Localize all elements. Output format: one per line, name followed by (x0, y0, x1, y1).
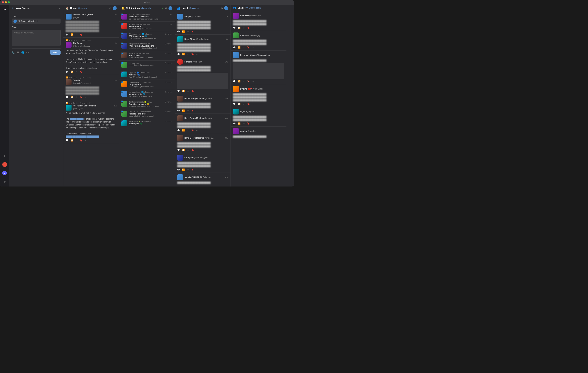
mastodon-icon[interactable]: M (2, 170, 8, 176)
more-icon[interactable]: ··· (196, 149, 198, 151)
more-icon[interactable]: ··· (196, 129, 198, 132)
favorite-icon[interactable]: ☆ (75, 139, 77, 142)
bookmark-icon[interactable]: 🔖 (191, 129, 194, 132)
local-avatar[interactable] (177, 96, 183, 102)
favorite-icon[interactable]: ☆ (187, 53, 189, 55)
boost-icon[interactable]: 🔁 (71, 33, 73, 36)
boost-icon[interactable]: 🔁 (238, 27, 241, 29)
notif-avatar[interactable]: 👥 (121, 72, 127, 77)
boost-icon[interactable]: 🔁 (71, 96, 73, 98)
attach-icon[interactable]: 📎 (12, 51, 15, 54)
boost-icon[interactable]: 🔁 (182, 149, 185, 151)
more-icon[interactable]: ··· (252, 122, 254, 125)
favorite-icon[interactable]: ☆ (187, 109, 189, 112)
notif-avatar[interactable]: 👥 (121, 91, 127, 97)
boost-icon[interactable]: 🔁 (71, 139, 73, 142)
post-avatar[interactable] (66, 14, 72, 20)
local-avatar[interactable] (177, 14, 183, 20)
bookmark-icon[interactable]: 🔖 (80, 71, 82, 73)
add-icon[interactable]: + (2, 153, 8, 159)
bookmark-icon[interactable]: 🔖 (191, 109, 194, 112)
user-avatar-icon[interactable]: U (2, 162, 8, 167)
notif-avatar[interactable]: 👥 (121, 62, 127, 68)
favorite-icon[interactable]: ☆ (187, 30, 189, 33)
notif-avatar[interactable]: 👥 (121, 120, 127, 126)
post-avatar[interactable] (66, 105, 72, 111)
more-icon[interactable]: ··· (252, 46, 254, 49)
check-all-icon[interactable]: ✓ (162, 7, 164, 10)
filter-icon[interactable]: ⚙ (165, 7, 167, 10)
more-icon[interactable]: ··· (252, 103, 254, 105)
reply-icon[interactable]: 💬 (233, 27, 236, 29)
favorite-icon[interactable]: ☆ (75, 71, 77, 73)
notif-avatar[interactable]: 👥 (121, 101, 127, 107)
link[interactable]: ████████████████████████ (66, 135, 99, 138)
notifications-user-avatar[interactable] (168, 6, 172, 10)
bookmark-icon[interactable]: 🔖 (247, 80, 250, 83)
favorite-icon[interactable]: ☆ (243, 46, 245, 49)
favorite-icon[interactable]: ☆ (75, 96, 77, 98)
reply-icon[interactable]: 💬 (66, 33, 68, 36)
maximize-button[interactable] (8, 1, 10, 3)
bookmark-icon[interactable]: 🔖 (247, 122, 250, 125)
reply-icon[interactable]: 💬 (177, 90, 180, 92)
bookmark-icon[interactable]: 🔖 (247, 46, 250, 49)
reply-icon[interactable]: 💬 (177, 109, 180, 112)
close-button[interactable] (2, 1, 4, 3)
status-textarea[interactable] (12, 30, 61, 46)
local-avatar[interactable] (233, 13, 239, 19)
cw-button[interactable]: CW (26, 52, 29, 53)
reply-icon[interactable]: 💬 (233, 46, 236, 49)
more-icon[interactable]: ··· (196, 168, 198, 171)
more-icon[interactable]: ··· (196, 53, 198, 55)
minimize-button[interactable] (5, 1, 7, 3)
list-icon[interactable]: ☰ (17, 51, 19, 54)
reply-icon[interactable]: 💬 (66, 71, 68, 73)
local-user-avatar[interactable] (224, 6, 228, 10)
filter-icon[interactable]: ⚙ (221, 7, 223, 10)
reply-icon[interactable]: 💬 (177, 30, 180, 33)
post-avatar[interactable] (66, 42, 72, 48)
compose-icon[interactable]: ✏ (2, 7, 8, 12)
boost-icon[interactable]: 🔁 (182, 90, 185, 92)
post-button[interactable]: Post (50, 50, 61, 55)
favorite-icon[interactable]: ☆ (243, 103, 245, 105)
bookmark-icon[interactable]: 🔖 (80, 96, 82, 98)
more-icon[interactable]: ··· (85, 33, 86, 36)
bookmark-icon[interactable]: 🔖 (191, 53, 194, 55)
from-account[interactable]: @h3spoteto@mstdn.io (12, 19, 61, 24)
bookmark-icon[interactable]: 🔖 (191, 30, 194, 33)
local-avatar[interactable] (233, 109, 239, 114)
bookmark-icon[interactable]: 🔖 (191, 90, 194, 92)
boost-icon[interactable]: 🔁 (238, 103, 241, 105)
more-icon[interactable]: ··· (85, 71, 86, 73)
local-avatar[interactable] (177, 59, 183, 65)
reply-icon[interactable]: 💬 (177, 53, 180, 55)
favorite-icon[interactable]: ☆ (243, 80, 245, 83)
local-avatar[interactable] (233, 52, 239, 58)
reply-icon[interactable]: 💬 (233, 103, 236, 105)
settings-icon[interactable]: ⚙ (2, 179, 8, 185)
post-avatar[interactable] (66, 79, 72, 85)
link[interactable]: ██████████ (70, 118, 84, 120)
favorite-icon[interactable]: ☆ (75, 33, 77, 36)
boost-icon[interactable]: 🔁 (238, 46, 241, 49)
reply-icon[interactable]: 💬 (177, 168, 180, 171)
bookmark-icon[interactable]: 🔖 (247, 27, 250, 29)
more-icon[interactable]: ··· (196, 109, 198, 112)
bookmark-icon[interactable]: 🔖 (247, 103, 250, 105)
close-panel-button[interactable]: × (59, 7, 61, 10)
notif-avatar[interactable]: 👥 (121, 81, 127, 87)
boost-icon[interactable]: 🔁 (182, 129, 185, 132)
favorite-icon[interactable]: ☆ (187, 90, 189, 92)
bookmark-icon[interactable]: 🔖 (191, 168, 194, 171)
more-icon[interactable]: ··· (85, 96, 86, 98)
favorite-icon[interactable]: ☆ (187, 168, 189, 171)
more-icon[interactable]: ··· (196, 30, 198, 33)
favorite-icon[interactable]: ☆ (187, 149, 189, 151)
bookmark-icon[interactable]: 🔖 (80, 139, 82, 142)
reply-icon[interactable]: 💬 (177, 129, 180, 132)
notif-avatar[interactable]: 👥 (121, 111, 127, 117)
bookmark-icon[interactable]: 🔖 (80, 33, 82, 36)
local-avatar[interactable] (177, 174, 183, 180)
